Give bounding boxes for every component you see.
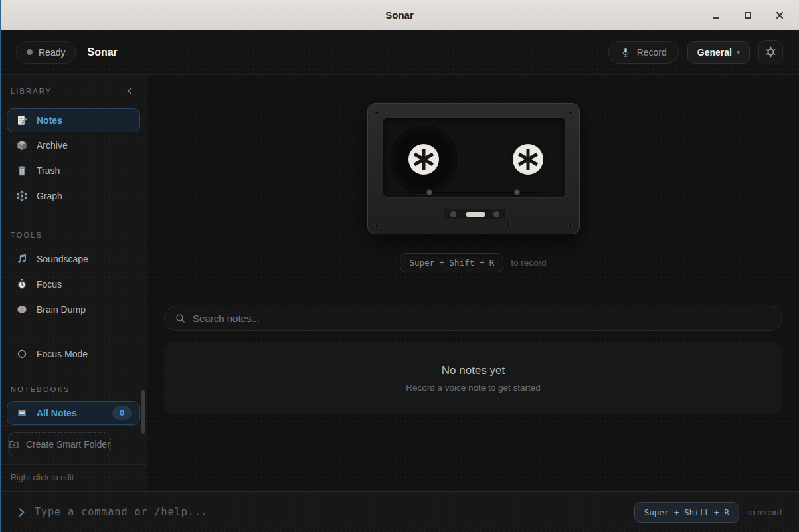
maximize-button[interactable] <box>739 7 756 24</box>
folder-plus-icon <box>9 439 19 450</box>
close-button[interactable] <box>771 7 788 24</box>
status-label: Ready <box>39 47 65 58</box>
notebooks-list: All Notes 0 Engineering <box>0 399 147 425</box>
sidebar-item-focus[interactable]: Focus <box>7 272 140 296</box>
app-window: Sonar Ready Sonar <box>0 0 799 532</box>
circle-outline-icon <box>15 348 28 361</box>
sidebar-item-label: Trash <box>37 165 60 176</box>
screw-icon <box>375 110 379 115</box>
notebook-selector-label: General <box>697 47 732 58</box>
music-notes-icon <box>15 253 28 266</box>
search-input[interactable] <box>193 313 772 324</box>
sidebar-item-label: Soundscape <box>37 254 88 264</box>
sidebar-item-soundscape[interactable]: Soundscape <box>7 247 140 271</box>
screw-icon <box>436 222 440 226</box>
capstan-dot-icon <box>450 211 456 217</box>
books-icon <box>15 407 28 420</box>
search-bar <box>164 306 782 331</box>
library-section-title: LIBRARY <box>11 87 52 95</box>
maximize-icon <box>743 11 753 20</box>
tools-section-title: TOOLS <box>0 219 147 244</box>
memo-icon <box>15 114 28 127</box>
window-controls <box>707 7 799 24</box>
capstan-dot-icon <box>493 211 499 217</box>
create-smart-folder-label: Create Smart Folder <box>26 439 110 450</box>
empty-state-panel: No notes yet Record a voice note to get … <box>164 343 782 414</box>
minimize-button[interactable] <box>707 7 725 24</box>
sidebar-item-notes[interactable]: Notes <box>7 108 140 132</box>
sidebar-item-label: Notes <box>37 115 62 126</box>
tape-guide-icon <box>514 189 520 195</box>
app-body: LIBRARY Notes <box>0 75 799 491</box>
sidebar-item-trash[interactable]: Trash <box>7 159 140 183</box>
screw-icon <box>568 224 573 228</box>
focus-mode-label: Focus Mode <box>37 349 88 359</box>
brain-icon <box>15 304 28 316</box>
reel-hub-right-icon <box>513 144 543 175</box>
shortcut-suffix: to record <box>748 507 782 517</box>
settings-button[interactable] <box>758 40 783 64</box>
gear-icon <box>764 46 777 58</box>
command-input[interactable] <box>35 506 626 518</box>
reel-hub-left-icon <box>408 144 439 175</box>
prompt-chevron-icon <box>17 507 26 517</box>
sidebar-item-label: Brain Dump <box>37 304 86 315</box>
sidebar-item-label: Focus <box>37 279 62 290</box>
sidebar-scrollbar-thumb[interactable] <box>141 390 145 434</box>
tape-guide-icon <box>426 189 432 195</box>
capstan-label <box>466 212 485 217</box>
create-smart-folder-button[interactable]: Create Smart Folder <box>8 432 111 456</box>
record-button[interactable]: Record <box>608 41 679 64</box>
sidebar-item-label: Graph <box>37 191 62 201</box>
notebook-selector[interactable]: General ▾ <box>687 41 750 64</box>
cassette-capstan-strip <box>443 209 507 219</box>
main-content: Super + Shift + R to record No notes yet… <box>147 75 799 491</box>
sidebar: LIBRARY Notes <box>0 75 147 491</box>
search-icon <box>175 313 186 324</box>
focus-mode-section: Focus Mode <box>0 335 147 373</box>
header-actions: Record General ▾ <box>608 40 783 64</box>
status-dot-icon <box>27 49 33 55</box>
cassette-illustration <box>367 103 580 234</box>
empty-state-title: No notes yet <box>442 364 505 377</box>
command-bar: Super + Shift + R to record <box>0 491 799 532</box>
stopwatch-icon <box>15 278 28 291</box>
shortcut-suffix: to record <box>511 258 546 268</box>
keyboard-shortcut-kbd: Super + Shift + R <box>400 253 503 272</box>
cassette-window <box>383 117 566 198</box>
record-button-label: Record <box>637 47 667 58</box>
app-header: Ready Sonar Record General ▾ <box>0 30 799 75</box>
empty-state-subtitle: Record a voice note to get started <box>406 383 541 393</box>
chevron-down-icon: ▾ <box>737 48 740 56</box>
library-section-header: LIBRARY <box>0 75 147 100</box>
window-title: Sonar <box>0 9 799 21</box>
notebooks-section-title: NOTEBOOKS <box>0 373 147 399</box>
tools-nav-group: Soundscape Focus <box>0 244 147 325</box>
microphone-icon <box>620 47 631 58</box>
status-badge: Ready <box>16 41 76 64</box>
archive-box-icon <box>15 139 28 152</box>
collapse-chevron-left-icon[interactable] <box>126 87 133 95</box>
graph-network-icon <box>15 190 28 203</box>
focus-mode-toggle[interactable]: Focus Mode <box>7 342 140 366</box>
titlebar: Sonar <box>0 0 799 30</box>
sidebar-item-brain-dump[interactable]: Brain Dump <box>7 298 140 321</box>
screw-icon <box>375 224 379 228</box>
create-smart-folder-section: Create Smart Folder <box>0 425 147 464</box>
record-shortcut-hint: Super + Shift + R to record <box>400 253 546 272</box>
sidebar-item-label: Archive <box>37 140 68 151</box>
sidebar-item-graph[interactable]: Graph <box>7 184 140 208</box>
sidebar-item-archive[interactable]: Archive <box>7 133 140 157</box>
note-count-badge: 0 <box>112 406 132 420</box>
close-icon <box>775 11 784 20</box>
trash-icon <box>15 165 28 177</box>
notebook-item-label: All Notes <box>37 408 77 418</box>
page-title: Sonar <box>87 46 117 58</box>
notebook-item-all-notes[interactable]: All Notes 0 <box>7 401 140 425</box>
minimize-icon <box>711 11 721 20</box>
sidebar-footer-hint: Right-click to edit <box>0 464 147 491</box>
library-nav-group: Notes Archive <box>0 100 147 212</box>
screw-icon <box>506 222 511 226</box>
keyboard-shortcut-kbd: Super + Shift + R <box>634 502 739 523</box>
screw-icon <box>568 110 573 115</box>
